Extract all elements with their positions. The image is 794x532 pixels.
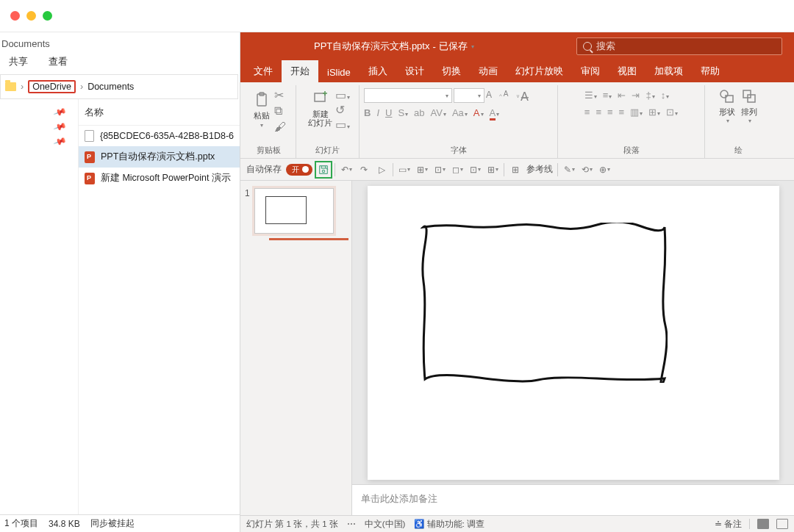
qat-icon[interactable]: ⟲▾ — [580, 163, 593, 176]
sorter-view-icon[interactable] — [776, 519, 788, 529]
tab-addins[interactable]: 加载项 — [645, 60, 692, 82]
char-spacing-button[interactable]: AV▾ — [431, 107, 446, 118]
minimize-dot[interactable] — [26, 11, 36, 21]
line-spacing-button[interactable]: ‡▾ — [645, 90, 654, 101]
indent-right-button[interactable]: ⇥ — [632, 90, 640, 101]
notes-pane[interactable]: 单击此处添加备注 — [352, 484, 794, 515]
bold-button[interactable]: B — [364, 107, 371, 118]
ppt-icon — [85, 173, 95, 184]
layout-icon[interactable]: ▭▾ — [335, 88, 347, 100]
accessibility[interactable]: ♿ 辅助功能: 调查 — [414, 519, 484, 530]
close-dot[interactable] — [10, 11, 20, 21]
italic-button[interactable]: I — [376, 107, 379, 118]
file-name: PPT自动保存演示文档.pptx — [101, 151, 215, 163]
tab-design[interactable]: 设计 — [396, 60, 433, 82]
normal-view-icon[interactable] — [757, 519, 769, 529]
breadcrumb-documents[interactable]: Documents — [87, 82, 134, 92]
tab-insert[interactable]: 插入 — [360, 60, 396, 82]
align-right-button[interactable]: ≡ — [607, 107, 613, 118]
shadow-button[interactable]: ab — [414, 107, 424, 118]
breadcrumb[interactable]: › OneDrive › Documents — [0, 74, 238, 99]
bullets-button[interactable]: ☰▾ — [584, 90, 597, 101]
qat-icon[interactable]: ▭▾ — [398, 163, 411, 176]
justify-button[interactable]: ≡ — [619, 107, 625, 118]
redo-icon[interactable]: ↷ — [357, 163, 371, 176]
file-name: {85BCDEC6-635A-42B8-B1D8-6 — [100, 131, 234, 141]
tab-slideshow[interactable]: 幻灯片放映 — [507, 60, 572, 82]
guides-label[interactable]: 参考线 — [526, 164, 553, 175]
pin-column: 📌 📌 📌 — [0, 99, 79, 532]
ppt-titlebar: PPT自动保存演示文档.pptx - 已保存 ▾ 搜索 — [240, 32, 794, 60]
numbering-button[interactable]: ≡▾ — [603, 90, 612, 101]
clipboard-icon — [252, 90, 271, 109]
slide[interactable] — [368, 186, 779, 480]
format-painter-icon[interactable]: 🖌 — [274, 121, 286, 132]
tab-home[interactable]: 开始 — [282, 60, 318, 82]
font-family-select[interactable]: ▾ — [364, 88, 452, 103]
tab-file[interactable]: 文件 — [245, 60, 282, 82]
increase-font-icon[interactable]: A — [486, 90, 498, 101]
maximize-dot[interactable] — [43, 11, 52, 21]
qat-icon[interactable]: ✎▾ — [562, 163, 576, 176]
shapes-button[interactable]: 形状▾ — [718, 87, 737, 124]
notes-toggle[interactable]: ≐ 备注 — [715, 519, 742, 530]
strike-button[interactable]: S▾ — [398, 107, 408, 118]
text-direction-button[interactable]: ↕▾ — [661, 90, 670, 101]
indent-left-button[interactable]: ⇤ — [618, 90, 626, 101]
qat-icon[interactable]: ⊞▾ — [415, 163, 429, 176]
breadcrumb-onedrive[interactable]: OneDrive — [28, 80, 76, 93]
save-state: 已保存 — [439, 40, 468, 53]
qat-icon[interactable]: ◻▾ — [451, 163, 464, 176]
tab-help[interactable]: 帮助 — [692, 60, 729, 82]
align-left-button[interactable]: ≡ — [584, 107, 590, 118]
font-size-select[interactable]: ▾ — [454, 88, 484, 103]
from-beginning-icon[interactable]: ▷ — [375, 163, 388, 176]
qat-icon[interactable]: ⊡▾ — [468, 163, 482, 176]
language[interactable]: 中文(中国) — [365, 519, 406, 530]
file-row[interactable]: PPT自动保存演示文档.pptx — [79, 146, 240, 168]
font-highlight-button[interactable]: A▾ — [473, 107, 484, 118]
file-row[interactable]: {85BCDEC6-635A-42B8-B1D8-6 — [79, 126, 240, 146]
save-icon[interactable] — [317, 163, 330, 176]
thumb-number: 1 — [245, 188, 250, 240]
smartart-button[interactable]: ⊡▾ — [666, 107, 678, 118]
clear-format-icon[interactable]: A̶ — [521, 90, 532, 101]
underline-button[interactable]: U — [385, 107, 392, 118]
chevron-down-icon[interactable]: ▾ — [471, 43, 474, 50]
tab-transitions[interactable]: 切换 — [433, 60, 470, 82]
align-text-button[interactable]: ⊞▾ — [648, 107, 660, 118]
new-slide-button[interactable]: 新建 幻灯片 — [308, 89, 332, 127]
search-input[interactable]: 搜索 — [576, 37, 782, 55]
slide-info: 幻灯片 第 1 张，共 1 张 — [246, 519, 338, 530]
tab-view[interactable]: 查看 — [49, 55, 68, 68]
columns-button[interactable]: ▥▾ — [630, 107, 643, 118]
file-row[interactable]: 新建 Microsoft PowerPoint 演示 — [79, 168, 240, 189]
qat-icon[interactable]: ⊡▾ — [433, 163, 446, 176]
svg-rect-7 — [743, 90, 751, 98]
guides-icon[interactable]: ⊞ — [509, 163, 522, 176]
slide-canvas[interactable] — [352, 181, 794, 484]
slide-thumbnail[interactable] — [254, 188, 334, 234]
arrange-button[interactable]: 排列▾ — [740, 87, 759, 124]
section-icon[interactable]: ▭▾ — [335, 118, 347, 129]
copy-icon[interactable]: ⧉ — [274, 104, 286, 116]
svg-rect-8 — [748, 95, 755, 102]
tab-review[interactable]: 审阅 — [572, 60, 609, 82]
tab-animations[interactable]: 动画 — [470, 60, 507, 82]
decrease-font-icon[interactable]: A — [504, 90, 515, 101]
reset-icon[interactable]: ↺ — [335, 103, 347, 115]
explorer-parent-label: Documents — [0, 32, 240, 51]
align-center-button[interactable]: ≡ — [596, 107, 601, 118]
paste-button[interactable]: 粘贴 ▾ — [252, 90, 271, 128]
change-case-button[interactable]: Aa▾ — [452, 107, 468, 118]
tab-view[interactable]: 视图 — [609, 60, 645, 82]
qat-icon[interactable]: ⊞▾ — [486, 163, 499, 176]
cut-icon[interactable]: ✂ — [274, 88, 286, 100]
column-header-name[interactable]: 名称 — [79, 99, 240, 126]
tab-islide[interactable]: iSlide — [318, 62, 360, 82]
undo-icon[interactable]: ↶▾ — [340, 163, 353, 176]
qat-icon[interactable]: ⊕▾ — [598, 163, 611, 176]
font-color-button[interactable]: A▾ — [490, 107, 500, 118]
tab-share[interactable]: 共享 — [9, 55, 28, 68]
autosave-toggle[interactable]: 开 — [286, 164, 312, 176]
